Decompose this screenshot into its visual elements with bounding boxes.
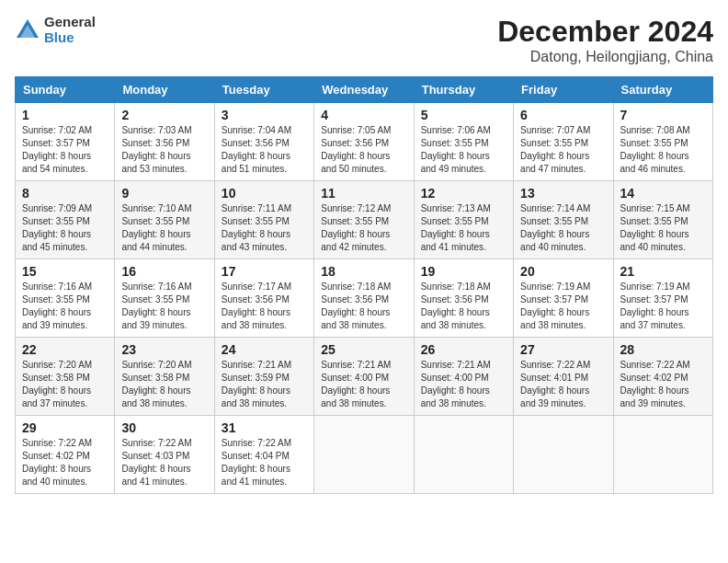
day-info: Sunrise: 7:22 AM Sunset: 4:03 PM Dayligh… (121, 437, 207, 488)
day-of-week-header: Sunday (16, 77, 115, 103)
calendar-day-cell: 26Sunrise: 7:21 AM Sunset: 4:00 PM Dayli… (414, 338, 513, 416)
day-info: Sunrise: 7:18 AM Sunset: 3:56 PM Dayligh… (421, 281, 506, 332)
calendar-day-cell (414, 416, 513, 494)
day-number: 29 (22, 420, 108, 435)
day-number: 7 (620, 108, 706, 122)
day-number: 23 (121, 342, 207, 357)
day-info: Sunrise: 7:03 AM Sunset: 3:56 PM Dayligh… (121, 124, 207, 176)
day-info: Sunrise: 7:02 AM Sunset: 3:57 PM Dayligh… (22, 124, 108, 176)
calendar-week-row: 1Sunrise: 7:02 AM Sunset: 3:57 PM Daylig… (16, 103, 713, 181)
calendar-day-cell: 3Sunrise: 7:04 AM Sunset: 3:56 PM Daylig… (214, 103, 313, 181)
day-of-week-header: Saturday (613, 77, 712, 103)
logo: General Blue (15, 15, 96, 45)
calendar-day-cell: 14Sunrise: 7:15 AM Sunset: 3:55 PM Dayli… (613, 181, 712, 259)
calendar-day-cell: 21Sunrise: 7:19 AM Sunset: 3:57 PM Dayli… (613, 259, 712, 338)
day-number: 28 (620, 342, 706, 357)
day-number: 5 (421, 108, 506, 122)
day-info: Sunrise: 7:05 AM Sunset: 3:56 PM Dayligh… (321, 124, 406, 176)
day-info: Sunrise: 7:21 AM Sunset: 3:59 PM Dayligh… (222, 359, 307, 410)
logo-text: General Blue (44, 15, 96, 45)
day-info: Sunrise: 7:21 AM Sunset: 4:00 PM Dayligh… (321, 359, 406, 410)
calendar-day-cell: 17Sunrise: 7:17 AM Sunset: 3:56 PM Dayli… (214, 259, 313, 338)
day-info: Sunrise: 7:17 AM Sunset: 3:56 PM Dayligh… (222, 281, 307, 332)
day-number: 4 (321, 108, 406, 122)
calendar-day-cell: 24Sunrise: 7:21 AM Sunset: 3:59 PM Dayli… (214, 338, 313, 416)
calendar-day-cell: 31Sunrise: 7:22 AM Sunset: 4:04 PM Dayli… (214, 416, 313, 494)
header-row: SundayMondayTuesdayWednesdayThursdayFrid… (16, 77, 713, 103)
calendar-day-cell: 4Sunrise: 7:05 AM Sunset: 3:56 PM Daylig… (314, 103, 414, 181)
day-number: 11 (321, 186, 406, 201)
day-info: Sunrise: 7:20 AM Sunset: 3:58 PM Dayligh… (121, 359, 207, 410)
calendar-day-cell: 18Sunrise: 7:18 AM Sunset: 3:56 PM Dayli… (314, 259, 414, 338)
calendar-day-cell: 9Sunrise: 7:10 AM Sunset: 3:55 PM Daylig… (115, 181, 214, 259)
calendar-day-cell: 22Sunrise: 7:20 AM Sunset: 3:58 PM Dayli… (16, 338, 115, 416)
day-info: Sunrise: 7:10 AM Sunset: 3:55 PM Dayligh… (121, 202, 207, 254)
calendar-week-row: 8Sunrise: 7:09 AM Sunset: 3:55 PM Daylig… (16, 181, 713, 259)
calendar-body: 1Sunrise: 7:02 AM Sunset: 3:57 PM Daylig… (16, 103, 713, 494)
day-number: 31 (222, 420, 307, 435)
day-number: 9 (121, 186, 207, 201)
location-title: Datong, Heilongjiang, China (497, 49, 713, 65)
day-info: Sunrise: 7:20 AM Sunset: 3:58 PM Dayligh… (22, 359, 108, 410)
calendar-day-cell: 29Sunrise: 7:22 AM Sunset: 4:02 PM Dayli… (16, 416, 115, 494)
day-number: 3 (222, 108, 307, 122)
day-info: Sunrise: 7:22 AM Sunset: 4:01 PM Dayligh… (520, 359, 606, 410)
day-number: 12 (421, 186, 506, 201)
day-number: 14 (620, 186, 706, 201)
calendar-day-cell: 20Sunrise: 7:19 AM Sunset: 3:57 PM Dayli… (514, 259, 613, 338)
day-info: Sunrise: 7:11 AM Sunset: 3:55 PM Dayligh… (222, 202, 307, 254)
calendar-day-cell (514, 416, 613, 494)
day-info: Sunrise: 7:19 AM Sunset: 3:57 PM Dayligh… (620, 281, 706, 332)
calendar-day-cell: 25Sunrise: 7:21 AM Sunset: 4:00 PM Dayli… (314, 338, 414, 416)
day-info: Sunrise: 7:22 AM Sunset: 4:04 PM Dayligh… (222, 437, 307, 488)
calendar-day-cell: 19Sunrise: 7:18 AM Sunset: 3:56 PM Dayli… (414, 259, 513, 338)
day-number: 21 (620, 264, 706, 279)
day-number: 1 (22, 108, 108, 122)
day-number: 13 (520, 186, 606, 201)
calendar-day-cell: 15Sunrise: 7:16 AM Sunset: 3:55 PM Dayli… (16, 259, 115, 338)
day-info: Sunrise: 7:08 AM Sunset: 3:55 PM Dayligh… (620, 124, 706, 176)
day-number: 8 (22, 186, 108, 201)
day-number: 10 (222, 186, 307, 201)
day-of-week-header: Friday (514, 77, 613, 103)
calendar-day-cell: 1Sunrise: 7:02 AM Sunset: 3:57 PM Daylig… (16, 103, 115, 181)
calendar-day-cell: 8Sunrise: 7:09 AM Sunset: 3:55 PM Daylig… (16, 181, 115, 259)
month-title: December 2024 (497, 15, 713, 49)
day-number: 24 (222, 342, 307, 357)
day-number: 15 (22, 264, 108, 279)
page-header: General Blue December 2024 Datong, Heilo… (15, 15, 713, 65)
calendar-day-cell (613, 416, 712, 494)
calendar-week-row: 15Sunrise: 7:16 AM Sunset: 3:55 PM Dayli… (16, 259, 713, 338)
day-number: 6 (520, 108, 606, 122)
day-info: Sunrise: 7:22 AM Sunset: 4:02 PM Dayligh… (22, 437, 108, 488)
day-info: Sunrise: 7:16 AM Sunset: 3:55 PM Dayligh… (22, 281, 108, 332)
calendar-day-cell: 12Sunrise: 7:13 AM Sunset: 3:55 PM Dayli… (414, 181, 513, 259)
day-number: 19 (421, 264, 506, 279)
day-info: Sunrise: 7:21 AM Sunset: 4:00 PM Dayligh… (421, 359, 506, 410)
calendar-day-cell: 2Sunrise: 7:03 AM Sunset: 3:56 PM Daylig… (115, 103, 214, 181)
day-info: Sunrise: 7:15 AM Sunset: 3:55 PM Dayligh… (620, 202, 706, 254)
day-number: 22 (22, 342, 108, 357)
title-section: December 2024 Datong, Heilongjiang, Chin… (497, 15, 713, 65)
calendar-day-cell: 28Sunrise: 7:22 AM Sunset: 4:02 PM Dayli… (613, 338, 712, 416)
logo-general-text: General (44, 15, 96, 30)
calendar-day-cell: 23Sunrise: 7:20 AM Sunset: 3:58 PM Dayli… (115, 338, 214, 416)
day-number: 27 (520, 342, 606, 357)
day-info: Sunrise: 7:13 AM Sunset: 3:55 PM Dayligh… (421, 202, 506, 254)
day-number: 30 (121, 420, 207, 435)
day-info: Sunrise: 7:22 AM Sunset: 4:02 PM Dayligh… (620, 359, 706, 410)
calendar-day-cell: 16Sunrise: 7:16 AM Sunset: 3:55 PM Dayli… (115, 259, 214, 338)
calendar-day-cell: 6Sunrise: 7:07 AM Sunset: 3:55 PM Daylig… (514, 103, 613, 181)
calendar-week-row: 22Sunrise: 7:20 AM Sunset: 3:58 PM Dayli… (16, 338, 713, 416)
day-info: Sunrise: 7:06 AM Sunset: 3:55 PM Dayligh… (421, 124, 506, 176)
calendar-day-cell: 27Sunrise: 7:22 AM Sunset: 4:01 PM Dayli… (514, 338, 613, 416)
day-info: Sunrise: 7:14 AM Sunset: 3:55 PM Dayligh… (520, 202, 606, 254)
day-number: 2 (121, 108, 207, 122)
calendar-day-cell: 30Sunrise: 7:22 AM Sunset: 4:03 PM Dayli… (115, 416, 214, 494)
day-info: Sunrise: 7:18 AM Sunset: 3:56 PM Dayligh… (321, 281, 406, 332)
calendar-day-cell (314, 416, 414, 494)
calendar-day-cell: 5Sunrise: 7:06 AM Sunset: 3:55 PM Daylig… (414, 103, 513, 181)
calendar-day-cell: 7Sunrise: 7:08 AM Sunset: 3:55 PM Daylig… (613, 103, 712, 181)
logo-icon (15, 17, 40, 43)
calendar-header: SundayMondayTuesdayWednesdayThursdayFrid… (16, 77, 713, 103)
